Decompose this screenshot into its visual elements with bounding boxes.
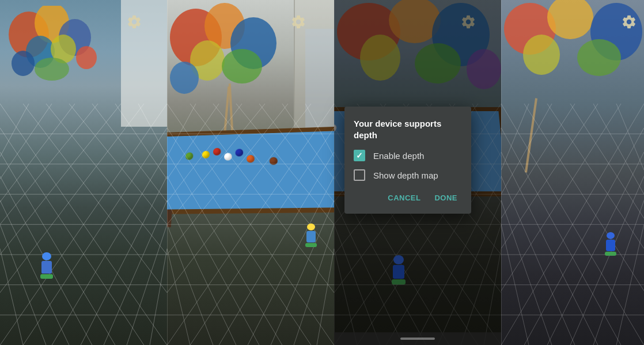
svg-line-22 [0, 128, 144, 345]
cancel-button[interactable]: CANCEL [383, 189, 425, 207]
svg-line-55 [190, 104, 334, 293]
divider-1 [167, 0, 168, 345]
svg-line-134 [593, 104, 644, 194]
svg-line-25 [0, 200, 69, 345]
enable-depth-checkbox[interactable]: ✓ [354, 150, 365, 161]
svg-line-69 [167, 104, 288, 255]
svg-line-79 [317, 248, 334, 345]
svg-line-17 [46, 104, 167, 255]
ar-figure-far-right [605, 232, 616, 256]
svg-line-73 [167, 104, 196, 157]
show-depth-map-label: Show depth map [373, 170, 438, 180]
ar-scene: Your device supports depth ✓ Enable dept… [0, 0, 644, 345]
floor-grid-left [0, 104, 167, 345]
svg-line-137 [501, 152, 598, 345]
depth-settings-dialog: Your device supports depth ✓ Enable dept… [344, 107, 471, 214]
done-button[interactable]: DONE [430, 189, 462, 207]
svg-line-143 [501, 104, 598, 249]
svg-line-40 [150, 248, 167, 345]
svg-line-32 [0, 104, 75, 202]
svg-line-58 [259, 104, 334, 202]
settings-icon-2[interactable] [288, 12, 309, 32]
enable-depth-label: Enable depth [373, 151, 424, 161]
show-depth-map-option[interactable]: Show depth map [354, 169, 462, 181]
svg-line-23 [0, 152, 115, 345]
dialog-title: Your device supports depth [354, 118, 462, 141]
svg-line-64 [167, 200, 236, 345]
svg-line-21 [138, 104, 167, 157]
svg-line-146 [501, 104, 529, 170]
svg-point-6 [76, 46, 97, 69]
svg-point-46 [170, 62, 199, 94]
nav-pill [400, 338, 435, 340]
svg-line-71 [167, 104, 242, 202]
checkmark-icon: ✓ [356, 151, 363, 160]
ar-figure-1 [40, 252, 53, 279]
show-depth-map-checkbox[interactable] [354, 169, 365, 181]
svg-point-7 [35, 58, 69, 81]
svg-line-75 [219, 152, 334, 345]
svg-line-27 [0, 248, 23, 345]
svg-line-30 [0, 104, 121, 255]
svg-line-142 [501, 104, 621, 291]
svg-line-147 [524, 128, 644, 345]
svg-point-45 [222, 49, 262, 84]
svg-line-35 [23, 128, 167, 345]
svg-line-60 [305, 104, 334, 157]
svg-line-66 [167, 248, 190, 345]
svg-line-68 [167, 104, 311, 293]
svg-line-62 [167, 152, 282, 345]
dialog-buttons: CANCEL DONE [354, 189, 462, 207]
enable-depth-option[interactable]: ✓ Enable depth [354, 150, 462, 161]
svg-line-34 [0, 104, 29, 157]
panel-far-right [501, 0, 644, 345]
svg-point-122 [577, 39, 621, 76]
svg-line-144 [501, 104, 575, 218]
svg-line-19 [92, 104, 167, 202]
settings-icon-4[interactable] [619, 12, 639, 32]
floor-grid-far-right [501, 104, 644, 345]
svg-line-132 [547, 104, 644, 249]
panel-middle [167, 0, 334, 345]
panel-left [0, 0, 167, 345]
svg-point-5 [12, 51, 35, 76]
svg-point-121 [523, 35, 560, 75]
ar-figure-mid-right [305, 223, 317, 247]
settings-icon-1[interactable] [124, 12, 145, 32]
svg-line-36 [52, 152, 167, 345]
svg-line-61 [167, 128, 311, 345]
nav-bar [334, 332, 501, 345]
svg-line-148 [547, 152, 644, 345]
svg-line-29 [0, 104, 144, 293]
svg-line-136 [501, 128, 621, 345]
svg-line-145 [501, 104, 552, 194]
divider-3 [501, 0, 502, 345]
svg-line-131 [524, 104, 644, 291]
